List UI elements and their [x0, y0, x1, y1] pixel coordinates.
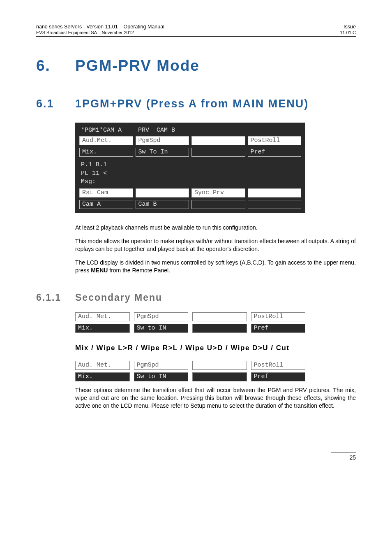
lcd-mid-text: P.1 B.1 PL 11 < Msg:	[79, 157, 301, 188]
header-right: Issue	[344, 24, 356, 30]
heading-1-text: PGM-PRV Mode	[75, 57, 356, 74]
m1-swtoin: Sw to IN	[134, 324, 189, 333]
secondary-menu-2: Aud. Met. PgmSpd PostRoll Mix. Sw to IN …	[75, 361, 356, 381]
lcd-cell-empty-3	[136, 188, 189, 197]
lcd-cell-empty-4	[248, 188, 302, 197]
header-sub-left: EVS Broadcast Equipment SA – November 20…	[36, 30, 134, 35]
page-number: 25	[331, 453, 356, 461]
lcd-cell-mix: Mix.	[79, 148, 133, 157]
m1-postroll: PostRoll	[251, 312, 306, 321]
header-left: nano series Servers - Version 11.01 – Op…	[36, 24, 164, 30]
m2-pgmspd: PgmSpd	[134, 361, 189, 370]
lcd-cell-pgmspd: PgmSpd	[136, 136, 189, 145]
heading-2: 6.1 1PGM+PRV (Press A from MAIN MENU)	[36, 94, 356, 114]
lcd-cell-empty-1	[191, 136, 245, 145]
heading-3-number: 6.1.1	[36, 292, 75, 303]
heading-2-number: 6.1	[36, 94, 75, 114]
heading-4: Mix / Wipe L>R / Wipe R>L / Wipe U>D / W…	[75, 341, 356, 355]
m2-audmet: Aud. Met.	[75, 361, 130, 370]
header-sub-right: 11.01.C	[340, 30, 356, 35]
paragraph-1: At least 2 playback channels must be ava…	[75, 224, 356, 232]
lcd-title-left: *PGM1*CAM A	[81, 127, 122, 134]
paragraph-2: This mode allows the operator to make re…	[75, 237, 356, 253]
lcd-cell-empty-2	[191, 148, 245, 157]
m1-empty-2	[192, 324, 247, 333]
m2-mix: Mix.	[75, 372, 130, 381]
lcd-cell-swtoin: Sw To In	[136, 148, 189, 157]
heading-1-number: 6.	[36, 57, 75, 74]
heading-3: 6.1.1 Secondary Menu	[36, 292, 356, 303]
m1-pgmspd: PgmSpd	[134, 312, 189, 321]
lcd-title-right: PRV CAM B	[138, 127, 175, 134]
m2-swtoin: Sw to IN	[134, 372, 189, 381]
heading-3-text: Secondary Menu	[75, 292, 356, 303]
heading-2-text: 1PGM+PRV (Press A from MAIN MENU)	[75, 94, 356, 114]
secondary-menu-1: Aud. Met. PgmSpd PostRoll Mix. Sw to IN …	[75, 312, 356, 333]
m2-pref: Pref	[251, 372, 306, 381]
lcd-cell-postroll: PostRoll	[248, 136, 302, 145]
lcd-cell-cama: Cam A	[79, 200, 133, 209]
paragraph-3: The LCD display is divided in two menus …	[75, 259, 356, 274]
lcd-cell-empty-5	[191, 200, 245, 209]
m2-empty-2	[192, 372, 247, 381]
m1-empty-1	[192, 312, 247, 321]
lcd-cell-pref: Pref	[248, 148, 302, 157]
m2-empty-1	[192, 361, 247, 370]
paragraph-4: These options determine the transition e…	[75, 386, 356, 410]
paragraph-3-bold: MENU	[91, 267, 108, 274]
paragraph-3c: from the Remote Panel.	[108, 267, 170, 274]
lcd-cell-camb: Cam B	[136, 200, 189, 209]
lcd-panel: *PGM1*CAM A PRV CAM B Aud.Met. PgmSpd Po…	[75, 123, 356, 213]
m1-mix: Mix.	[75, 324, 130, 333]
lcd-cell-empty-6	[248, 200, 302, 209]
m1-pref: Pref	[251, 324, 306, 333]
lcd-cell-syncprv: Sync Prv	[191, 188, 245, 197]
m1-audmet: Aud. Met.	[75, 312, 130, 321]
m2-postroll: PostRoll	[251, 361, 306, 370]
lcd-cell-audmet: Aud.Met.	[79, 136, 133, 145]
heading-1: 6. PGM-PRV Mode	[36, 57, 356, 74]
lcd-cell-rstcam: Rst Cam	[79, 188, 133, 197]
